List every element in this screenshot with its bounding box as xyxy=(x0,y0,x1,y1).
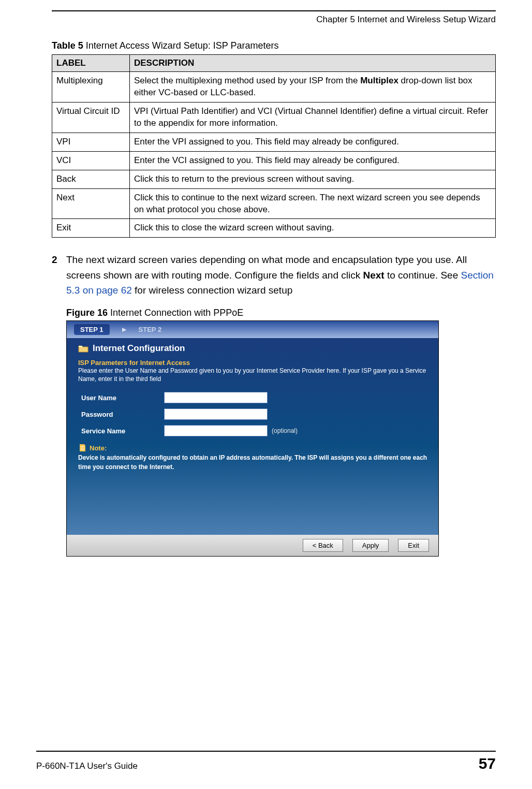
figure-caption: Figure 16 Internet Connection with PPPoE xyxy=(66,308,496,318)
optional-text: (optional) xyxy=(272,427,298,434)
apply-button[interactable]: Apply xyxy=(352,539,389,552)
chapter-header: Chapter 5 Internet and Wireless Setup Wi… xyxy=(52,14,496,25)
password-label: Password xyxy=(81,411,164,418)
table-row: Multiplexing Select the multiplexing met… xyxy=(52,72,496,103)
step-2-tab[interactable]: STEP 2 xyxy=(139,326,162,333)
note-heading: Note: xyxy=(78,444,429,452)
table-row: Virtual Circuit ID VPI (Virtual Path Ide… xyxy=(52,102,496,133)
exit-button[interactable]: Exit xyxy=(398,539,429,552)
col-description: DESCRIPTION xyxy=(130,55,496,72)
table-row: VCI Enter the VCI assigned to you. This … xyxy=(52,151,496,170)
table-row: Exit Click this to close the wizard scre… xyxy=(52,219,496,238)
chevron-right-icon: ▶ xyxy=(122,326,126,333)
isp-parameters-table: LABEL DESCRIPTION Multiplexing Select th… xyxy=(52,54,496,238)
table-row: VPI Enter the VPI assigned to you. This … xyxy=(52,133,496,151)
table-row: Back Click this to return to the previou… xyxy=(52,170,496,188)
service-name-input[interactable] xyxy=(164,425,268,436)
step-paragraph: 2 The next wizard screen varies dependin… xyxy=(52,252,496,298)
service-name-label: Service Name xyxy=(81,427,164,435)
wizard-description: Please enter the User Name and Password … xyxy=(78,367,429,384)
password-input[interactable] xyxy=(164,408,268,420)
back-button[interactable]: < Back xyxy=(303,539,343,552)
wizard-footer: < Back Apply Exit xyxy=(67,535,438,556)
wizard-title: Internet Configuration xyxy=(78,343,429,354)
col-label: LABEL xyxy=(52,55,130,72)
table-row: Next Click this to continue to the next … xyxy=(52,188,496,219)
table-caption: Table 5 Internet Access Wizard Setup: IS… xyxy=(52,40,496,51)
note-icon xyxy=(78,444,86,452)
step-1-tab[interactable]: STEP 1 xyxy=(74,324,110,335)
user-name-label: User Name xyxy=(81,394,164,402)
footer-guide: P-660N-T1A User's Guide xyxy=(36,761,138,771)
user-name-input[interactable] xyxy=(164,392,268,403)
wizard-subtitle: ISP Parameters for Internet Access xyxy=(78,359,429,367)
wizard-steps-bar: STEP 1 ▶ STEP 2 xyxy=(67,321,438,338)
wizard-screenshot: STEP 1 ▶ STEP 2 Internet Configuration I… xyxy=(66,320,439,557)
note-body: Device is automatically configured to ob… xyxy=(78,453,429,472)
page-number: 57 xyxy=(479,755,496,772)
folder-icon xyxy=(78,344,88,353)
